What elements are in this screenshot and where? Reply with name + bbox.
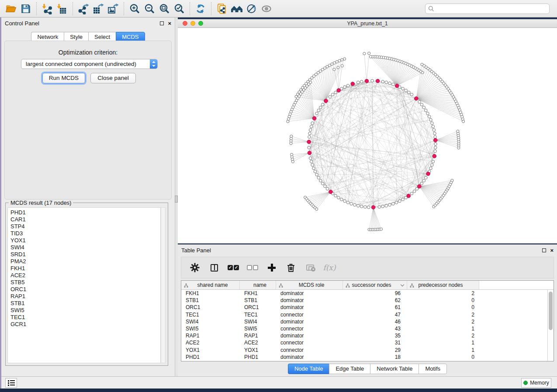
table-cell[interactable]: RAP1 bbox=[181, 332, 240, 339]
import-network-icon[interactable] bbox=[40, 2, 55, 16]
mcds-result-item[interactable]: STP4 bbox=[10, 223, 160, 230]
graph-node[interactable] bbox=[385, 204, 388, 207]
table-row[interactable]: STB1STB1dominator620 bbox=[181, 297, 547, 304]
graph-node[interactable] bbox=[422, 106, 426, 109]
tab-motifs[interactable]: Motifs bbox=[419, 364, 447, 374]
table-cell[interactable]: connector bbox=[276, 339, 343, 346]
add-column-icon[interactable] bbox=[265, 261, 278, 274]
graph-satellite-node[interactable] bbox=[457, 130, 459, 133]
graph-node[interactable] bbox=[314, 170, 317, 173]
graph-node[interactable] bbox=[434, 143, 437, 146]
table-cell[interactable]: connector bbox=[276, 347, 343, 354]
tab-node-table[interactable]: Node Table bbox=[288, 364, 329, 374]
table-cell[interactable]: ACE2 bbox=[240, 339, 276, 346]
graph-node[interactable] bbox=[353, 203, 356, 206]
graph-node[interactable] bbox=[405, 89, 408, 92]
sort-chevron-icon[interactable] bbox=[401, 283, 404, 286]
graph-node[interactable] bbox=[418, 100, 421, 103]
column-header-MCDS-role[interactable]: MCDS role bbox=[276, 281, 343, 289]
graph-node[interactable] bbox=[310, 125, 313, 128]
delete-column-icon[interactable] bbox=[284, 261, 298, 274]
table-cell[interactable]: SWI5 bbox=[181, 325, 240, 332]
graph-node[interactable] bbox=[326, 187, 329, 190]
table-cell[interactable]: 2 bbox=[407, 311, 479, 318]
graph-node[interactable] bbox=[337, 196, 340, 199]
table-cell[interactable]: ACE2 bbox=[181, 339, 240, 346]
graph-node[interactable] bbox=[311, 122, 314, 125]
tab-network-table[interactable]: Network Table bbox=[370, 364, 419, 374]
graph-hub-node[interactable] bbox=[365, 79, 369, 83]
graph-node[interactable] bbox=[413, 190, 416, 193]
mcds-result-item[interactable]: SWI4 bbox=[10, 244, 160, 251]
graph-node[interactable] bbox=[360, 205, 363, 208]
graph-node[interactable] bbox=[424, 109, 427, 112]
table-cell[interactable]: PHD1 bbox=[240, 354, 276, 361]
table-settings-gear-icon[interactable] bbox=[188, 261, 201, 274]
save-session-icon[interactable] bbox=[18, 2, 33, 16]
graph-hub-node[interactable] bbox=[351, 82, 355, 86]
graph-hub-node[interactable] bbox=[426, 172, 430, 176]
float-panel-icon[interactable] bbox=[160, 21, 164, 25]
table-cell[interactable]: 1 bbox=[407, 339, 479, 346]
graph-node[interactable] bbox=[432, 128, 436, 131]
table-cell[interactable]: PHD1 bbox=[181, 354, 240, 361]
mcds-result-item[interactable]: SWI5 bbox=[10, 307, 160, 314]
graph-satellite-node[interactable] bbox=[290, 142, 292, 144]
table-row[interactable]: RAP1RAP1dominator352 bbox=[181, 332, 547, 339]
zoom-selected-icon[interactable] bbox=[172, 2, 187, 16]
graph-node[interactable] bbox=[410, 93, 413, 96]
graph-satellite-node[interactable] bbox=[337, 66, 339, 69]
close-table-panel-icon[interactable]: × bbox=[550, 248, 554, 252]
graph-node[interactable] bbox=[378, 206, 381, 209]
table-cell[interactable]: connector bbox=[276, 311, 343, 318]
graph-node[interactable] bbox=[428, 115, 431, 118]
graph-node[interactable] bbox=[401, 198, 405, 201]
table-cell[interactable]: SWI5 bbox=[240, 325, 276, 332]
graph-node[interactable] bbox=[395, 201, 398, 204]
graph-node[interactable] bbox=[420, 182, 423, 185]
table-cell[interactable]: 62 bbox=[343, 297, 407, 304]
graph-node[interactable] bbox=[317, 109, 320, 112]
graph-hub-node[interactable] bbox=[376, 79, 380, 83]
zoom-fit-icon[interactable] bbox=[157, 2, 172, 16]
table-cell[interactable]: 18 bbox=[343, 354, 407, 361]
graph-node[interactable] bbox=[392, 203, 395, 206]
table-cell[interactable]: RAP1 bbox=[240, 332, 276, 339]
table-row[interactable]: ACE2ACE2connector311 bbox=[181, 339, 547, 346]
graph-node[interactable] bbox=[310, 160, 313, 163]
table-cell[interactable]: ORC1 bbox=[240, 304, 276, 311]
graph-hub-node[interactable] bbox=[312, 117, 316, 120]
graph-node[interactable] bbox=[324, 185, 327, 188]
graph-node[interactable] bbox=[434, 150, 437, 153]
table-scrollbar-thumb[interactable] bbox=[549, 292, 553, 330]
apply-layout-icon[interactable] bbox=[193, 2, 208, 16]
graph-node[interactable] bbox=[429, 118, 432, 121]
table-cell[interactable]: 2 bbox=[407, 318, 479, 325]
graph-node[interactable] bbox=[321, 103, 324, 106]
table-cell[interactable]: STB1 bbox=[240, 297, 276, 304]
graph-hub-node[interactable] bbox=[307, 140, 311, 144]
table-row[interactable]: SWI4SWI4dominator462 bbox=[181, 318, 547, 325]
graph-node[interactable] bbox=[346, 201, 349, 204]
table-cell[interactable]: 29 bbox=[343, 347, 407, 354]
graph-node[interactable] bbox=[392, 83, 395, 86]
graph-node[interactable] bbox=[346, 84, 349, 87]
run-mcds-button[interactable]: Run MCDS bbox=[42, 73, 85, 83]
graph-node[interactable] bbox=[363, 206, 367, 209]
graph-satellite-node[interactable] bbox=[341, 58, 343, 61]
graph-satellite-node[interactable] bbox=[315, 208, 318, 210]
mcds-result-item[interactable]: YOX1 bbox=[10, 237, 160, 244]
mcds-list-scrollbar[interactable] bbox=[161, 207, 166, 363]
table-cell[interactable]: connector bbox=[276, 325, 343, 332]
graph-node[interactable] bbox=[367, 206, 370, 209]
graph-satellite-node[interactable] bbox=[368, 52, 370, 55]
table-cell[interactable]: 2 bbox=[407, 290, 479, 297]
table-cell[interactable]: 31 bbox=[343, 339, 407, 346]
graph-node[interactable] bbox=[315, 173, 318, 176]
table-cell[interactable]: YOX1 bbox=[240, 347, 276, 354]
graph-node[interactable] bbox=[360, 80, 363, 83]
graph-node[interactable] bbox=[422, 179, 426, 182]
graph-node[interactable] bbox=[388, 82, 391, 85]
table-cell[interactable]: 1 bbox=[407, 347, 479, 354]
select-all-columns-icon[interactable]: ✓✓ bbox=[227, 261, 240, 274]
